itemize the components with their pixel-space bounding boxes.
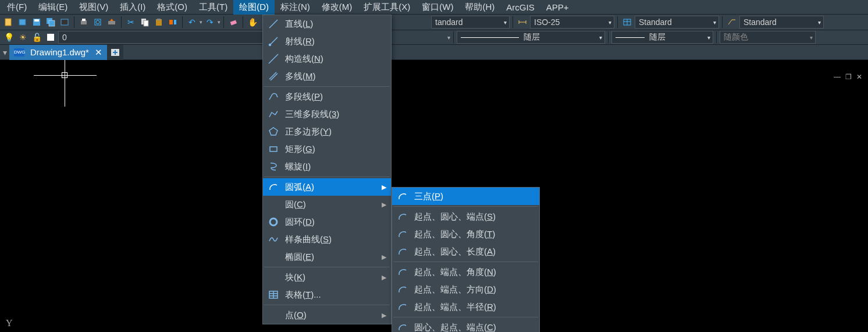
minimize-icon[interactable]: — — [834, 73, 841, 81]
mleaderstyle-icon[interactable] — [725, 16, 738, 29]
new-icon[interactable] — [2, 16, 15, 29]
arc-submenu-item[interactable]: 起点、端点、方向(D) — [392, 281, 539, 298]
draw-menu-item[interactable]: 样条曲线(S) — [263, 231, 391, 248]
tablestyle-icon[interactable] — [621, 16, 634, 29]
close-icon[interactable]: ✕ — [856, 73, 862, 81]
submenu-arrow-icon: ▶ — [382, 274, 386, 281]
arc-submenu-item[interactable]: 起点、圆心、长度(A) — [392, 243, 539, 260]
undo-icon[interactable]: ↶ — [186, 16, 198, 29]
menu-item-label: 矩形(G) — [285, 144, 386, 155]
sun-icon[interactable]: ☀ — [16, 31, 29, 44]
svg-line-28 — [270, 37, 278, 45]
arc-submenu-item[interactable]: 起点、圆心、角度(T) — [392, 225, 539, 243]
table-style-dropdown[interactable]: Standard▾ — [635, 16, 719, 29]
mline-icon — [268, 70, 279, 82]
view-window-controls: — ❐ ✕ — [834, 73, 862, 81]
text-style-dropdown[interactable]: tandard▾ — [431, 16, 510, 29]
copy-icon[interactable] — [138, 16, 151, 29]
menu-tools[interactable]: 工具(T) — [193, 0, 233, 15]
menu-dimension[interactable]: 标注(N) — [275, 0, 316, 15]
arc-submenu-item[interactable]: 起点、端点、半径(R) — [392, 298, 539, 316]
menu-item-label: 块(K) — [285, 272, 376, 283]
arc-submenu-item[interactable]: 起点、圆心、端点(S) — [392, 208, 539, 225]
menu-help[interactable]: 帮助(H) — [459, 0, 500, 15]
menu-edit[interactable]: 编辑(E) — [33, 0, 73, 15]
new-tab-button[interactable] — [107, 45, 123, 60]
draw-menu-item[interactable]: 正多边形(Y) — [263, 123, 391, 140]
save-icon[interactable] — [30, 16, 43, 29]
helix-icon — [268, 161, 279, 172]
dimstyle-icon[interactable] — [516, 16, 529, 29]
arc-submenu-item[interactable]: 圆心、起点、端点(C) — [392, 319, 539, 332]
draw-menu-item[interactable]: 表格(T)... — [263, 286, 391, 303]
arc-submenu-item[interactable]: 三点(P) — [392, 188, 539, 205]
svg-point-29 — [269, 44, 271, 46]
menu-item-label: 起点、圆心、端点(S) — [414, 211, 535, 222]
menu-draw[interactable]: 绘图(D) — [233, 0, 275, 15]
mleader-style-dropdown[interactable]: Standard▾ — [739, 16, 824, 29]
restore-icon[interactable]: ❐ — [845, 73, 852, 81]
shell-icon[interactable] — [58, 16, 71, 29]
rect-icon — [268, 143, 279, 155]
print-icon[interactable] — [77, 16, 90, 29]
draw-menu-item[interactable]: 射线(R) — [263, 33, 391, 50]
menu-insert[interactable]: 插入(I) — [114, 0, 151, 15]
open-icon[interactable] — [16, 16, 29, 29]
svg-line-27 — [269, 20, 278, 28]
menu-arcgis[interactable]: ArcGIS — [500, 1, 540, 14]
saveas-icon[interactable] — [44, 16, 57, 29]
draw-menu-item[interactable]: 圆弧(A)▶ — [263, 178, 391, 196]
svg-rect-17 — [174, 20, 176, 24]
bulb-icon[interactable]: 💡 — [2, 31, 15, 44]
arc-submenu-item[interactable]: 起点、端点、角度(N) — [392, 263, 539, 281]
draw-menu-item[interactable]: 椭圆(E)▶ — [263, 248, 391, 266]
menu-item-label: 三维多段线(3) — [285, 109, 386, 120]
match-icon[interactable] — [166, 16, 179, 29]
svg-rect-16 — [169, 20, 173, 24]
draw-menu-item[interactable]: 矩形(G) — [263, 140, 391, 158]
menu-item-label: 起点、圆心、长度(A) — [414, 246, 535, 257]
tab-list-dropdown-icon[interactable]: ▾ — [0, 45, 9, 60]
menu-item-label: 直线(L) — [285, 19, 386, 30]
arc-icon — [397, 301, 408, 313]
menu-modify[interactable]: 修改(M) — [316, 0, 358, 15]
plotcolor-dropdown[interactable]: 随颜色 ▾ — [720, 31, 816, 44]
lineweight-dropdown[interactable]: 随层 ▾ — [611, 31, 713, 44]
draw-menu-item[interactable]: 圆(C)▶ — [263, 196, 391, 213]
redo-icon[interactable]: ↷ — [204, 16, 216, 29]
menu-view[interactable]: 视图(V) — [73, 0, 114, 15]
paste-icon[interactable] — [152, 16, 165, 29]
draw-menu-item[interactable]: 三维多段线(3) — [263, 105, 391, 123]
draw-menu-item[interactable]: 块(K)▶ — [263, 269, 391, 286]
close-tab-icon[interactable]: ✕ — [95, 47, 102, 58]
menu-format[interactable]: 格式(O) — [151, 0, 193, 15]
svg-point-10 — [96, 20, 99, 24]
dim-style-dropdown[interactable]: ISO-25▾ — [530, 16, 614, 29]
file-tab-active[interactable]: DWG Drawing1.dwg* ✕ — [9, 45, 107, 60]
ray-icon — [268, 36, 279, 47]
linetype-dropdown[interactable]: 随层 ▾ — [457, 31, 605, 44]
cut-icon[interactable]: ✂ — [124, 16, 137, 29]
menu-file[interactable]: 件(F) — [1, 0, 33, 15]
menu-appplus[interactable]: APP+ — [540, 1, 575, 14]
draw-menu-item[interactable]: 直线(L) — [263, 15, 391, 33]
menu-window[interactable]: 窗口(W) — [416, 0, 459, 15]
arc-icon — [397, 228, 408, 240]
submenu-arrow-icon: ▶ — [382, 201, 386, 209]
draw-menu-item[interactable]: 螺旋(I) — [263, 158, 391, 175]
menu-item-label: 起点、端点、半径(R) — [414, 302, 535, 313]
draw-menu-item[interactable]: 圆环(D) — [263, 213, 391, 231]
lock-icon[interactable]: 🔓 — [30, 31, 43, 44]
draw-menu-item[interactable]: 多线(M) — [263, 68, 391, 85]
layer-dropdown[interactable]: 0 — [58, 31, 268, 44]
draw-menu-item[interactable]: 点(O)▶ — [263, 306, 391, 324]
menu-express[interactable]: 扩展工具(X) — [358, 0, 416, 15]
preview-icon[interactable] — [91, 16, 104, 29]
menu-item-label: 构造线(N) — [285, 54, 386, 65]
publish-icon[interactable] — [105, 16, 118, 29]
erase-icon[interactable] — [227, 16, 240, 29]
layer-color-icon[interactable] — [44, 31, 57, 44]
draw-menu-item[interactable]: 构造线(N) — [263, 50, 391, 68]
pan-icon[interactable]: ✋ — [246, 16, 259, 29]
draw-menu-item[interactable]: 多段线(P) — [263, 88, 391, 105]
